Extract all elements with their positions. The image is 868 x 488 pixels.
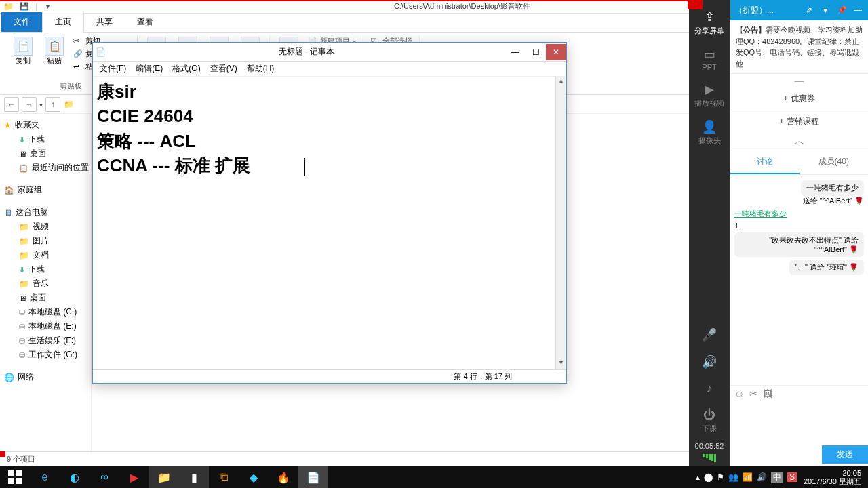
mic-button[interactable]: 🎤 <box>689 321 730 348</box>
windows-icon <box>8 470 22 484</box>
scroll-down-icon[interactable]: ▾ <box>556 359 566 369</box>
up-button[interactable]: ↑ <box>45 97 60 112</box>
forward-button[interactable]: → <box>22 97 37 112</box>
taskbar-ie[interactable]: e <box>30 466 60 488</box>
nav-documents[interactable]: 文档 <box>0 248 91 262</box>
chat-username[interactable]: 一吨猪毛有多少 <box>734 209 787 218</box>
taskbar-app3[interactable]: ▶ <box>119 466 149 488</box>
msg-text: 1 <box>734 222 738 230</box>
system-tray: ▴ ⬤ ⚑ 👥 📶 🔊 中 S 20:05 2017/6/30 星期五 <box>696 469 868 485</box>
qat-dropdown-icon[interactable] <box>43 1 54 12</box>
menu-view[interactable]: 查看(V) <box>206 62 241 76</box>
tray-ime-s-icon[interactable]: S <box>787 472 797 482</box>
notice-collapse[interactable]: — <box>730 74 868 87</box>
tray-ime-icon[interactable]: 中 <box>771 472 783 483</box>
close-button[interactable]: ✕ <box>546 44 566 60</box>
tab-share[interactable]: 共享 <box>84 12 125 32</box>
tab-view[interactable]: 查看 <box>125 12 165 32</box>
menu-file[interactable]: 文件(F) <box>96 62 130 76</box>
tray-volume-icon[interactable]: 🔊 <box>757 472 767 482</box>
end-class-button[interactable]: ⏻下课 <box>689 401 730 438</box>
nav-drive-f[interactable]: 生活娱乐 (F:) <box>0 333 91 348</box>
taskbar-cmd[interactable]: ▮ <box>179 466 209 488</box>
taskbar-app2[interactable]: ∞ <box>90 466 119 488</box>
minimize-icon[interactable]: — <box>852 5 864 15</box>
text-cursor <box>304 158 305 176</box>
nav-favorites[interactable]: 收藏夹 <box>0 118 91 132</box>
nav-videos[interactable]: 视频 <box>0 220 91 234</box>
tray-icon[interactable]: ⬤ <box>704 472 713 482</box>
back-button[interactable]: ← <box>4 97 19 112</box>
minimize-button[interactable]: — <box>505 44 526 60</box>
history-dropdown-icon[interactable] <box>39 100 43 109</box>
tab-chat[interactable]: 讨论 <box>730 150 800 174</box>
ppt-button[interactable]: ▭PPT <box>689 40 730 75</box>
folder-icon <box>19 251 29 260</box>
notepad-body[interactable]: 康sir CCIE 24604 策略 --- ACL CCNA --- 标准 扩… <box>93 77 566 369</box>
nav-downloads[interactable]: 下载 <box>0 132 91 146</box>
menu-format[interactable]: 格式(O) <box>168 62 204 76</box>
tab-members[interactable]: 成员(40) <box>800 150 869 174</box>
tray-network-icon[interactable]: 📶 <box>743 472 753 482</box>
menu-edit[interactable]: 编辑(E) <box>132 62 167 76</box>
pin-icon[interactable]: 📌 <box>835 5 848 15</box>
speaker-button[interactable]: 🔊 <box>689 348 730 375</box>
send-button[interactable]: 发送 <box>822 445 868 464</box>
breadcrumb-folder-icon[interactable] <box>63 99 74 110</box>
nav-drive-e[interactable]: 本地磁盘 (E:) <box>0 319 91 333</box>
share-link-icon[interactable]: ⇗ <box>803 5 815 15</box>
taskbar: e ◐ ∞ ▶ 📁 ▮ ⧉ ◆ 🔥 📄 ▴ ⬤ ⚑ 👥 📶 🔊 中 S 20:0… <box>0 466 868 488</box>
nav-pictures[interactable]: 图片 <box>0 234 91 248</box>
tray-up-icon[interactable]: ▴ <box>696 472 700 482</box>
timer: 00:05:52 <box>695 438 724 454</box>
taskbar-app4[interactable]: ◆ <box>239 466 269 488</box>
music-button[interactable]: ♪ <box>689 375 730 401</box>
taskbar-app1[interactable]: ◐ <box>60 466 90 488</box>
nav-desktop2[interactable]: 桌面 <box>0 291 91 305</box>
course-button[interactable]: + 营销课程 <box>730 110 868 133</box>
maximize-button[interactable]: ☐ <box>526 44 546 60</box>
coupon-button[interactable]: + 优惠券 <box>730 87 868 110</box>
nav-this-pc[interactable]: 这台电脑 <box>0 205 91 220</box>
emoji-icon[interactable]: ☺ <box>734 388 744 399</box>
camera-button[interactable]: 👤摄像头 <box>689 113 730 150</box>
video-label: 播放视频 <box>694 99 724 107</box>
notepad-text[interactable]: 康sir CCIE 24604 策略 --- ACL CCNA --- 标准 扩… <box>93 77 566 181</box>
taskbar-explorer[interactable]: 📁 <box>149 466 179 488</box>
clock[interactable]: 20:05 2017/6/30 星期五 <box>801 469 864 485</box>
tab-home[interactable]: 主页 <box>42 12 84 33</box>
menu-help[interactable]: 帮助(H) <box>243 62 279 76</box>
paste-button[interactable]: 📋 粘贴 <box>41 35 68 67</box>
taskbar-vm[interactable]: ⧉ <box>209 466 239 488</box>
start-button[interactable] <box>0 466 30 488</box>
nav-downloads2[interactable]: 下载 <box>0 262 91 277</box>
image-icon[interactable]: 🖼 <box>763 388 772 399</box>
tab-file[interactable]: 文件 <box>1 12 42 32</box>
chat-textarea[interactable] <box>730 402 868 443</box>
nav-recent[interactable]: 最近访问的位置 <box>0 161 91 175</box>
taskbar-app5[interactable]: 🔥 <box>269 466 298 488</box>
nav-music[interactable]: 音乐 <box>0 277 91 291</box>
chevron-down-icon[interactable]: ▾ <box>819 5 831 15</box>
chat-body[interactable]: 一吨猪毛有多少 送给 "^^AlBert" 一吨猪毛有多少 1 "改来改去改不出… <box>730 175 868 385</box>
tray-icon[interactable]: 👥 <box>728 472 738 482</box>
disk-icon[interactable] <box>19 1 30 12</box>
play-video-button[interactable]: ▶播放视频 <box>689 75 730 113</box>
nav-homegroup[interactable]: 家庭组 <box>0 183 91 197</box>
scroll-up-icon[interactable]: ▴ <box>556 77 566 87</box>
status-item-count: 9 个项目 <box>7 454 35 464</box>
nav-network[interactable]: 网络 <box>0 370 91 384</box>
nav-desktop-label: 桌面 <box>30 148 46 159</box>
nav-drive-c[interactable]: 本地磁盘 (C:) <box>0 305 91 319</box>
taskbar-notepad[interactable]: 📄 <box>298 466 328 488</box>
recording-frame <box>0 0 688 1</box>
scrollbar[interactable]: ▴ ▾ <box>555 77 566 369</box>
tray-icon[interactable]: ⚑ <box>717 472 724 482</box>
copy-button[interactable]: 📄 复制 <box>9 35 37 67</box>
notepad-titlebar[interactable]: 📄 无标题 - 记事本 — ☐ ✕ <box>93 43 566 62</box>
folder-icon <box>19 237 29 246</box>
promo-collapse-icon[interactable]: ︿ <box>730 133 868 150</box>
nav-desktop[interactable]: 桌面 <box>0 146 91 161</box>
scissors-icon[interactable]: ✂ <box>749 388 757 399</box>
nav-drive-g[interactable]: 工作文件 (G:) <box>0 348 91 362</box>
